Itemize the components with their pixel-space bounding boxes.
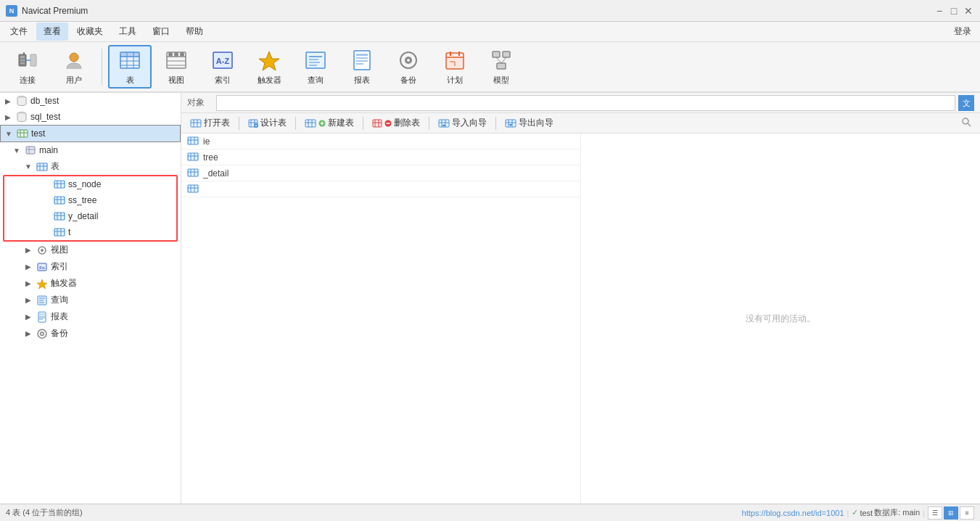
ss-node-icon — [54, 179, 65, 190]
export-wizard-icon — [505, 118, 516, 128]
svg-rect-88 — [39, 313, 45, 315]
sidebar-item-triggers[interactable]: ▶ 触发器 — [0, 275, 181, 292]
toggle-backup[interactable]: ▶ — [23, 329, 33, 339]
sidebar-item-reports[interactable]: ▶ 报表 — [0, 308, 181, 325]
svg-rect-132 — [188, 137, 198, 144]
import-wizard-button[interactable]: 导入向导 — [432, 115, 493, 131]
delete-table-button[interactable]: 删除表 — [366, 115, 426, 131]
model-icon — [490, 49, 513, 72]
table-row-ie[interactable]: ie — [181, 134, 580, 149]
backup-sidebar-icon — [36, 328, 48, 340]
maximize-button[interactable]: □ — [948, 5, 960, 17]
action-sep-2 — [295, 117, 296, 130]
triggers-icon — [36, 278, 48, 290]
object-search-input[interactable] — [216, 95, 955, 111]
toolbar-user[interactable]: 用户 — [52, 45, 96, 89]
sidebar-item-sql-test[interactable]: ▶ sql_test — [0, 109, 181, 125]
sidebar: ▶ db_test ▶ sql_test ▼ — [0, 93, 181, 504]
toggle-reports[interactable]: ▶ — [23, 312, 33, 322]
import-wizard-icon — [438, 118, 450, 128]
design-table-button[interactable]: 设计表 — [242, 115, 292, 131]
tables-group-label: 表 — [51, 160, 59, 173]
toggle-sql-test[interactable]: ▶ — [3, 112, 13, 122]
export-wizard-button[interactable]: 导出向导 — [499, 115, 559, 131]
sidebar-item-db-test[interactable]: ▶ db_test — [0, 93, 181, 109]
close-button[interactable]: ✕ — [963, 5, 974, 17]
menu-favorites[interactable]: 收藏夹 — [70, 22, 110, 41]
svg-line-48 — [501, 57, 506, 63]
menu-help[interactable]: 帮助 — [178, 22, 210, 41]
toggle-indexes[interactable]: ▶ — [23, 262, 33, 272]
open-table-button[interactable]: 打开表 — [184, 115, 236, 131]
toolbar-backup[interactable]: 备份 — [387, 45, 430, 89]
sidebar-item-backup[interactable]: ▶ 备份 — [0, 325, 181, 342]
sidebar-item-y-detail[interactable]: y_detail — [4, 208, 176, 224]
toolbar-schedule[interactable]: 计划 — [433, 45, 477, 89]
toggle-tables[interactable]: ▼ — [23, 162, 33, 172]
action-sep-3 — [363, 117, 363, 130]
delete-minus-icon — [384, 120, 392, 127]
status-db-schema: 数据库: main — [874, 507, 920, 518]
backup-icon — [397, 49, 420, 72]
table-row-4[interactable] — [181, 181, 580, 197]
view-list-button[interactable]: ☰ — [928, 506, 942, 520]
minimize-button[interactable]: − — [934, 5, 945, 17]
toggle-main[interactable]: ▼ — [12, 145, 22, 155]
toggle-views[interactable]: ▶ — [23, 245, 33, 255]
toolbar-model[interactable]: 模型 — [479, 45, 523, 89]
sidebar-item-tables-group[interactable]: ▼ 表 — [0, 158, 181, 175]
login-button[interactable]: 登录 — [954, 25, 977, 38]
sidebar-item-ss-node[interactable]: ss_node — [4, 176, 176, 192]
title-bar-left: N Navicat Premium — [6, 5, 88, 17]
table-row-detail[interactable]: _detail — [181, 165, 580, 181]
no-activity-text: 没有可用的活动。 — [746, 313, 815, 325]
toggle-test[interactable]: ▼ — [4, 128, 14, 139]
toolbar-report[interactable]: 报表 — [340, 45, 384, 89]
main-layout: ▶ db_test ▶ sql_test ▼ — [0, 93, 980, 504]
status-count: 4 表 (4 位于当前的组) — [6, 507, 83, 518]
toolbar-model-label: 模型 — [493, 75, 509, 86]
sql-test-icon — [16, 111, 28, 123]
menu-tools[interactable]: 工具 — [112, 22, 144, 41]
sidebar-item-indexes[interactable]: ▶ Fn 索引 — [0, 258, 181, 275]
separator-1 — [102, 49, 102, 85]
sidebar-item-views[interactable]: ▶ 视图 — [0, 242, 181, 258]
translate-icon[interactable]: 文 — [958, 95, 974, 111]
toggle-triggers[interactable]: ▶ — [23, 279, 33, 289]
svg-text:A-Z: A-Z — [216, 57, 230, 65]
view-grid-button[interactable]: ⊞ — [944, 506, 958, 520]
sidebar-item-main[interactable]: ▼ main — [0, 142, 181, 158]
new-table-button[interactable]: 新建表 — [299, 115, 360, 131]
search-right-icon[interactable] — [961, 117, 977, 129]
sidebar-item-queries[interactable]: ▶ 查询 — [0, 292, 181, 308]
toolbar-trigger-label: 触发器 — [258, 75, 281, 86]
toolbar-table[interactable]: 表 — [108, 45, 152, 89]
svg-point-19 — [174, 52, 178, 57]
test-db-icon — [17, 128, 28, 139]
content-area: 对象 文 打开表 — [181, 93, 980, 504]
toolbar-trigger[interactable]: 触发器 — [247, 45, 291, 89]
search-input-field[interactable] — [217, 96, 955, 110]
toggle-db-test[interactable]: ▶ — [3, 96, 13, 106]
toolbar-connect[interactable]: 连接 — [6, 45, 49, 89]
toolbar-view[interactable]: 视图 — [155, 45, 198, 89]
view-detail-button[interactable]: ≡ — [960, 506, 974, 520]
toolbar-query[interactable]: 查询 — [294, 45, 337, 89]
toggle-queries[interactable]: ▶ — [23, 295, 33, 305]
query-icon — [304, 49, 327, 72]
sidebar-item-t[interactable]: t — [4, 224, 176, 240]
title-bar-controls[interactable]: − □ ✕ — [934, 5, 974, 17]
sidebar-item-ss-tree[interactable]: ss_tree — [4, 192, 176, 208]
menu-window[interactable]: 窗口 — [145, 22, 177, 41]
toolbar-index[interactable]: A-Z 索引 — [201, 45, 244, 89]
toolbar-connect-label: 连接 — [20, 75, 36, 86]
svg-rect-5 — [30, 54, 36, 66]
sidebar-item-test[interactable]: ▼ test — [0, 125, 181, 142]
t-label: t — [68, 227, 70, 237]
menu-view[interactable]: 查看 — [36, 22, 68, 41]
table-row-tree[interactable]: tree — [181, 149, 580, 165]
menu-file[interactable]: 文件 — [3, 22, 35, 41]
svg-rect-140 — [188, 169, 198, 176]
ss-tree-label: ss_tree — [68, 195, 96, 205]
table-list: ie tree — [181, 134, 580, 504]
